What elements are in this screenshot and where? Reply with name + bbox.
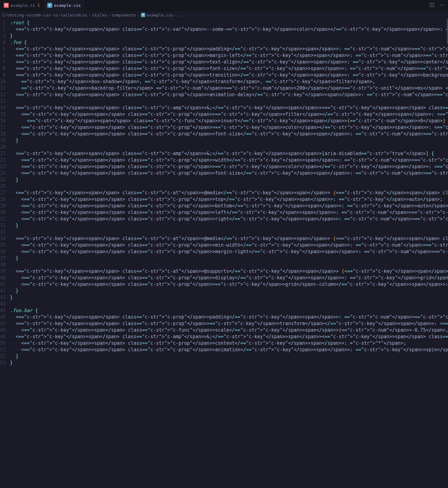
more-actions-icon[interactable] bbox=[439, 2, 444, 8]
repo-icon bbox=[2, 13, 6, 17]
tab-problem-badge: 1 bbox=[37, 3, 40, 7]
svg-point-2 bbox=[440, 4, 441, 5]
chevron-right-icon: › bbox=[137, 13, 140, 17]
vertical-scrollbar[interactable] bbox=[447, 19, 448, 488]
breadcrumbs[interactable]: testing-vscode-css-to-tailwindcss › styl… bbox=[0, 11, 448, 19]
breadcrumb-item[interactable]: testing-vscode-css-to-tailwindcss bbox=[7, 13, 87, 17]
tab-example-css[interactable]: # example.css bbox=[44, 0, 85, 11]
breadcrumb-item[interactable]: styles bbox=[92, 13, 107, 17]
tab-label: example.css bbox=[54, 3, 81, 8]
line-number-gutter: 1234567891011121314151617181920212223242… bbox=[0, 19, 10, 366]
code-editor[interactable]: 1234567891011121314151617181920212223242… bbox=[0, 19, 448, 366]
breadcrumb-item[interactable]: ... bbox=[178, 13, 185, 17]
tab-bar: TS example.ts 1 # example.css bbox=[0, 0, 448, 11]
typescript-icon: TS bbox=[4, 3, 9, 8]
chevron-right-icon: › bbox=[88, 13, 91, 17]
tab-example-ts[interactable]: TS example.ts 1 bbox=[0, 0, 44, 11]
tab-label: example.ts bbox=[11, 3, 35, 8]
svg-point-4 bbox=[443, 4, 444, 5]
css-icon: # bbox=[141, 13, 145, 17]
split-editor-icon[interactable] bbox=[429, 2, 434, 8]
css-icon: # bbox=[47, 3, 52, 8]
code-content[interactable]: :root {··<=="c-str">"c-key"</span>>span<… bbox=[10, 19, 448, 366]
breadcrumb-item[interactable]: components bbox=[112, 13, 136, 17]
breadcrumb-item[interactable]: # example.css bbox=[141, 13, 173, 17]
tab-actions bbox=[429, 2, 448, 8]
chevron-right-icon: › bbox=[108, 13, 110, 17]
svg-point-3 bbox=[441, 4, 442, 5]
chevron-right-icon: › bbox=[175, 13, 177, 17]
